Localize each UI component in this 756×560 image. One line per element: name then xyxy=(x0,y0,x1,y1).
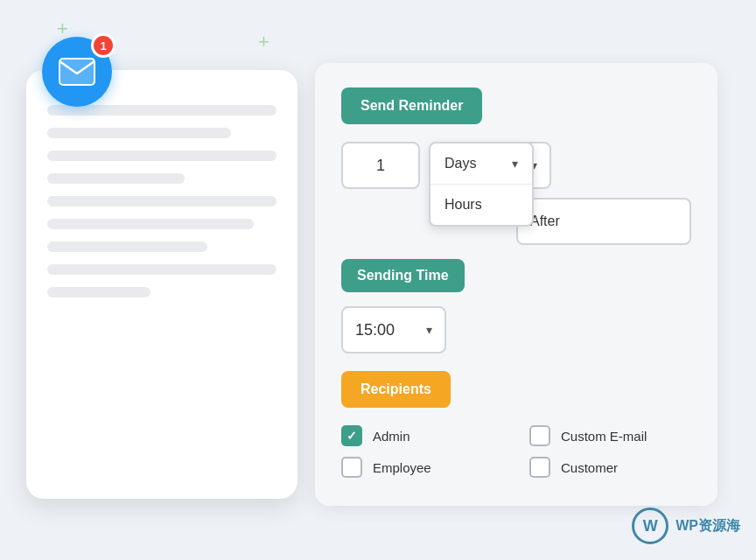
custom-email-checkbox[interactable] xyxy=(529,425,550,446)
mail-svg xyxy=(59,58,95,86)
checkbox-item-admin: ✓ Admin xyxy=(341,425,503,446)
employee-checkbox[interactable] xyxy=(341,457,362,478)
doc-line xyxy=(47,219,254,229)
scene: + + 1 Send Reminder xyxy=(0,0,756,560)
hours-option[interactable]: Hours xyxy=(430,185,532,225)
wp-icon: W xyxy=(632,508,668,544)
notification-badge: 1 xyxy=(91,33,116,58)
doc-line xyxy=(47,150,276,161)
svg-rect-0 xyxy=(60,59,94,85)
send-reminder-button[interactable]: Send Reminder xyxy=(341,88,482,124)
chevron-down-icon: ▾ xyxy=(512,157,518,171)
time-value: 15:00 xyxy=(355,321,419,340)
wp-text: WP资源海 xyxy=(676,517,740,536)
days-option-label: Days xyxy=(444,156,476,172)
chevron-down-icon: ▾ xyxy=(426,323,432,337)
doc-line xyxy=(47,242,207,252)
doc-lines xyxy=(47,105,276,298)
checkmark-icon: ✓ xyxy=(346,430,357,442)
sending-time-label: Sending Time xyxy=(341,259,465,292)
recipients-button[interactable]: Recipients xyxy=(341,371,451,408)
days-dropdown-open[interactable]: Days ▾ Hours xyxy=(429,142,534,227)
after-label: After xyxy=(530,214,560,229)
hours-option-label: Hours xyxy=(444,197,482,212)
time-dropdown[interactable]: 15:00 ▾ xyxy=(341,306,446,354)
doc-line xyxy=(47,128,231,138)
admin-label: Admin xyxy=(373,429,410,444)
deco-plus-2: + xyxy=(258,31,270,53)
admin-checkbox[interactable]: ✓ xyxy=(341,425,362,446)
wp-logo: W WP资源海 xyxy=(632,508,740,544)
checkbox-grid: ✓ Admin Custom E-mail Employee Customer xyxy=(341,425,691,478)
checkbox-item-customer: Customer xyxy=(529,457,691,478)
doc-line xyxy=(47,173,185,184)
days-option[interactable]: Days ▾ xyxy=(430,144,532,185)
main-panel: Send Reminder Days ▾ Hours Before xyxy=(315,63,718,506)
doc-line xyxy=(47,264,276,275)
mail-icon-wrapper: 1 xyxy=(42,37,112,107)
wp-icon-letter: W xyxy=(643,517,658,536)
checkbox-item-employee: Employee xyxy=(341,457,503,478)
reminder-row: Days ▾ Hours Before ▾ xyxy=(341,142,691,189)
custom-email-label: Custom E-mail xyxy=(561,429,647,444)
customer-label: Customer xyxy=(561,460,618,475)
employee-label: Employee xyxy=(373,460,431,475)
doc-line xyxy=(47,287,150,298)
reminder-number-input[interactable] xyxy=(341,142,420,189)
customer-checkbox[interactable] xyxy=(529,457,550,478)
after-option-box[interactable]: After xyxy=(516,198,691,245)
doc-line xyxy=(47,196,276,206)
badge-count: 1 xyxy=(100,39,106,52)
checkbox-item-custom-email: Custom E-mail xyxy=(529,425,691,446)
doc-card xyxy=(26,70,298,499)
